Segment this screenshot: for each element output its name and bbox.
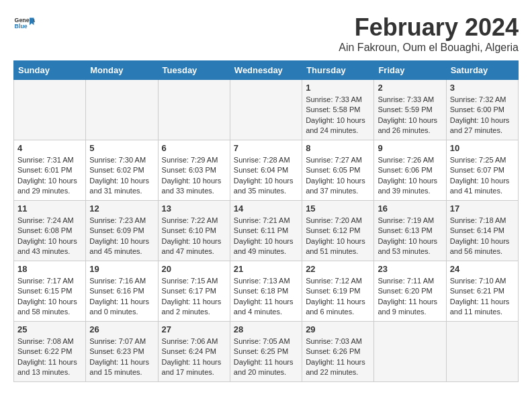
calendar-cell <box>86 80 158 140</box>
header-saturday: Saturday <box>446 61 518 80</box>
day-number: 10 <box>450 143 515 153</box>
day-number: 29 <box>306 324 370 334</box>
day-number: 15 <box>306 203 370 214</box>
day-info: Sunrise: 7:13 AMSunset: 6:18 PMDaylight:… <box>234 276 298 318</box>
calendar-cell: 22Sunrise: 7:12 AMSunset: 6:19 PMDayligh… <box>302 261 374 322</box>
calendar-cell <box>230 80 302 140</box>
calendar-cell: 17Sunrise: 7:18 AMSunset: 6:14 PMDayligh… <box>446 201 518 261</box>
day-number: 7 <box>234 143 298 153</box>
header-wednesday: Wednesday <box>230 61 302 80</box>
day-info: Sunrise: 7:06 AMSunset: 6:24 PMDaylight:… <box>162 336 226 378</box>
day-number: 25 <box>17 324 82 334</box>
day-info: Sunrise: 7:28 AMSunset: 6:04 PMDaylight:… <box>234 155 298 197</box>
calendar-cell: 14Sunrise: 7:21 AMSunset: 6:11 PMDayligh… <box>230 201 302 261</box>
day-info: Sunrise: 7:23 AMSunset: 6:09 PMDaylight:… <box>89 216 154 257</box>
day-info: Sunrise: 7:33 AMSunset: 5:58 PMDaylight:… <box>306 95 370 136</box>
day-info: Sunrise: 7:32 AMSunset: 6:00 PMDaylight:… <box>450 95 515 136</box>
day-info: Sunrise: 7:27 AMSunset: 6:05 PMDaylight:… <box>306 155 370 197</box>
calendar-cell: 6Sunrise: 7:29 AMSunset: 6:03 PMDaylight… <box>158 140 230 201</box>
day-number: 23 <box>378 264 442 274</box>
calendar-cell: 2Sunrise: 7:33 AMSunset: 5:59 PMDaylight… <box>374 80 446 140</box>
day-info: Sunrise: 7:24 AMSunset: 6:08 PMDaylight:… <box>17 216 82 257</box>
calendar-week-row: 1Sunrise: 7:33 AMSunset: 5:58 PMDaylight… <box>14 80 519 140</box>
calendar-cell: 25Sunrise: 7:08 AMSunset: 6:22 PMDayligh… <box>14 322 86 382</box>
day-number: 13 <box>162 203 226 214</box>
calendar-week-row: 18Sunrise: 7:17 AMSunset: 6:15 PMDayligh… <box>14 261 519 322</box>
calendar-cell: 21Sunrise: 7:13 AMSunset: 6:18 PMDayligh… <box>230 261 302 322</box>
day-info: Sunrise: 7:20 AMSunset: 6:12 PMDaylight:… <box>306 216 370 257</box>
day-number: 19 <box>89 264 154 274</box>
day-info: Sunrise: 7:07 AMSunset: 6:23 PMDaylight:… <box>89 336 154 378</box>
day-number: 26 <box>89 324 154 334</box>
day-number: 1 <box>306 83 370 93</box>
calendar-cell: 16Sunrise: 7:19 AMSunset: 6:13 PMDayligh… <box>374 201 446 261</box>
calendar-table: SundayMondayTuesdayWednesdayThursdayFrid… <box>13 60 519 382</box>
calendar-cell: 24Sunrise: 7:10 AMSunset: 6:21 PMDayligh… <box>446 261 518 322</box>
calendar-cell: 29Sunrise: 7:03 AMSunset: 6:26 PMDayligh… <box>302 322 374 382</box>
day-info: Sunrise: 7:18 AMSunset: 6:14 PMDaylight:… <box>450 216 515 257</box>
calendar-cell <box>446 322 518 382</box>
calendar-week-row: 25Sunrise: 7:08 AMSunset: 6:22 PMDayligh… <box>14 322 519 382</box>
day-info: Sunrise: 7:22 AMSunset: 6:10 PMDaylight:… <box>162 216 226 257</box>
calendar-cell: 15Sunrise: 7:20 AMSunset: 6:12 PMDayligh… <box>302 201 374 261</box>
calendar-cell: 3Sunrise: 7:32 AMSunset: 6:00 PMDaylight… <box>446 80 518 140</box>
calendar-cell: 9Sunrise: 7:26 AMSunset: 6:06 PMDaylight… <box>374 140 446 201</box>
day-number: 22 <box>306 264 370 274</box>
day-number: 3 <box>450 83 515 93</box>
day-number: 8 <box>306 143 370 153</box>
calendar-cell <box>158 80 230 140</box>
day-number: 9 <box>378 143 442 153</box>
day-info: Sunrise: 7:08 AMSunset: 6:22 PMDaylight:… <box>17 336 82 378</box>
svg-text:Blue: Blue <box>15 23 28 30</box>
day-info: Sunrise: 7:03 AMSunset: 6:26 PMDaylight:… <box>306 336 370 378</box>
title-area: February 2024 Ain Fakroun, Oum el Bouagh… <box>339 13 519 54</box>
header-sunday: Sunday <box>14 61 86 80</box>
calendar-cell: 12Sunrise: 7:23 AMSunset: 6:09 PMDayligh… <box>86 201 158 261</box>
page-header: General Blue February 2024 Ain Fakroun, … <box>13 13 519 54</box>
calendar-week-row: 11Sunrise: 7:24 AMSunset: 6:08 PMDayligh… <box>14 201 519 261</box>
day-number: 5 <box>89 143 154 153</box>
day-number: 6 <box>162 143 226 153</box>
calendar-week-row: 4Sunrise: 7:31 AMSunset: 6:01 PMDaylight… <box>14 140 519 201</box>
page-title: February 2024 <box>339 13 519 42</box>
day-info: Sunrise: 7:17 AMSunset: 6:15 PMDaylight:… <box>17 276 82 318</box>
calendar-cell: 23Sunrise: 7:11 AMSunset: 6:20 PMDayligh… <box>374 261 446 322</box>
day-number: 24 <box>450 264 515 274</box>
calendar-cell: 28Sunrise: 7:05 AMSunset: 6:25 PMDayligh… <box>230 322 302 382</box>
day-number: 16 <box>378 203 442 214</box>
header-monday: Monday <box>86 61 158 80</box>
day-number: 17 <box>450 203 515 214</box>
calendar-cell: 18Sunrise: 7:17 AMSunset: 6:15 PMDayligh… <box>14 261 86 322</box>
day-number: 14 <box>234 203 298 214</box>
calendar-cell: 4Sunrise: 7:31 AMSunset: 6:01 PMDaylight… <box>14 140 86 201</box>
day-number: 21 <box>234 264 298 274</box>
calendar-cell: 20Sunrise: 7:15 AMSunset: 6:17 PMDayligh… <box>158 261 230 322</box>
calendar-cell: 10Sunrise: 7:25 AMSunset: 6:07 PMDayligh… <box>446 140 518 201</box>
day-info: Sunrise: 7:12 AMSunset: 6:19 PMDaylight:… <box>306 276 370 318</box>
calendar-cell <box>374 322 446 382</box>
calendar-cell: 5Sunrise: 7:30 AMSunset: 6:02 PMDaylight… <box>86 140 158 201</box>
day-info: Sunrise: 7:15 AMSunset: 6:17 PMDaylight:… <box>162 276 226 318</box>
calendar-header-row: SundayMondayTuesdayWednesdayThursdayFrid… <box>14 61 519 80</box>
calendar-cell: 1Sunrise: 7:33 AMSunset: 5:58 PMDaylight… <box>302 80 374 140</box>
calendar-cell: 11Sunrise: 7:24 AMSunset: 6:08 PMDayligh… <box>14 201 86 261</box>
calendar-cell: 13Sunrise: 7:22 AMSunset: 6:10 PMDayligh… <box>158 201 230 261</box>
day-info: Sunrise: 7:26 AMSunset: 6:06 PMDaylight:… <box>378 155 442 197</box>
logo: General Blue <box>13 13 35 35</box>
header-tuesday: Tuesday <box>158 61 230 80</box>
day-number: 20 <box>162 264 226 274</box>
day-info: Sunrise: 7:10 AMSunset: 6:21 PMDaylight:… <box>450 276 515 318</box>
day-number: 12 <box>89 203 154 214</box>
day-number: 18 <box>17 264 82 274</box>
day-info: Sunrise: 7:33 AMSunset: 5:59 PMDaylight:… <box>378 95 442 136</box>
svg-marker-2 <box>30 17 34 25</box>
day-info: Sunrise: 7:05 AMSunset: 6:25 PMDaylight:… <box>234 336 298 378</box>
header-thursday: Thursday <box>302 61 374 80</box>
day-number: 27 <box>162 324 226 334</box>
day-info: Sunrise: 7:21 AMSunset: 6:11 PMDaylight:… <box>234 216 298 257</box>
day-number: 28 <box>234 324 298 334</box>
day-info: Sunrise: 7:19 AMSunset: 6:13 PMDaylight:… <box>378 216 442 257</box>
day-number: 11 <box>17 203 82 214</box>
calendar-cell: 27Sunrise: 7:06 AMSunset: 6:24 PMDayligh… <box>158 322 230 382</box>
day-info: Sunrise: 7:25 AMSunset: 6:07 PMDaylight:… <box>450 155 515 197</box>
